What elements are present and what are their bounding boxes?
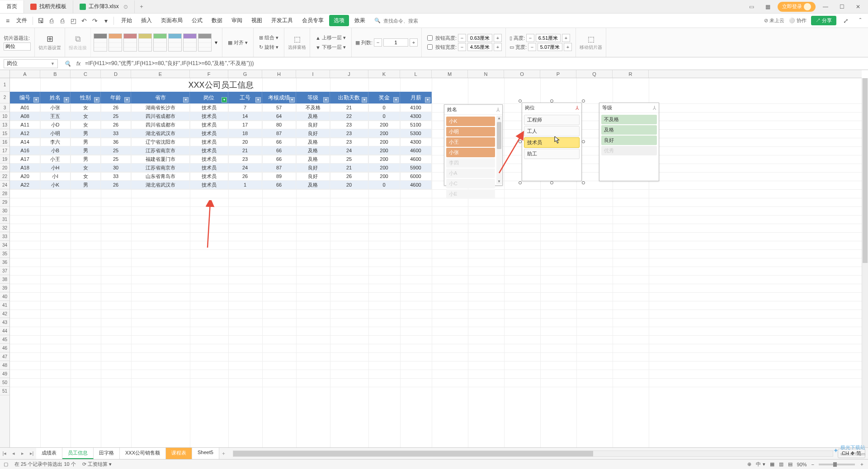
slicer-item[interactable]: 小E (446, 189, 495, 199)
undo-icon[interactable]: ↶ (79, 16, 89, 26)
table-row[interactable]: A20小I女33山东省青岛市技术员2689良好262006000 (10, 172, 432, 181)
table-row[interactable]: A01小张女26湖南省长沙市技术员757不及格2104100 (10, 103, 432, 112)
sheet-tab[interactable]: XXX公司销售额 (120, 448, 166, 459)
horizontal-scrollbar[interactable] (233, 450, 833, 457)
table-row[interactable]: A22小K男26湖北省武汉市技术员166及格2004600 (10, 181, 432, 189)
tab-nav-first[interactable]: |◂ (0, 450, 9, 456)
add-sheet-button[interactable]: ＋ (219, 450, 228, 457)
sheet-tab[interactable]: 成绩表 (36, 448, 62, 459)
tab-nav-prev[interactable]: ◂ (9, 450, 18, 456)
menu-tab-options[interactable]: 选项 (329, 15, 349, 26)
redo-icon[interactable]: ↷ (90, 16, 100, 26)
hamburger-icon[interactable]: ≡ (3, 16, 13, 26)
slicer-item[interactable]: 小张 (446, 148, 495, 157)
slicer-title-input[interactable] (4, 42, 31, 51)
button-height-input[interactable]: 按钮高度:−+ (425, 34, 502, 42)
tab-home[interactable]: 首页 (0, 0, 24, 13)
lookup-icon[interactable]: 🔍 (61, 61, 74, 67)
new-tab-button[interactable]: ＋ (135, 3, 148, 10)
wrench-icon[interactable]: ⤢ (841, 16, 851, 26)
width-input[interactable]: ▭ 宽度:−+ (509, 43, 572, 51)
slicer-item[interactable]: 小A (446, 169, 495, 178)
height-input[interactable]: ▯ 高度:−+ (509, 34, 572, 42)
minimize-button[interactable]: — (819, 1, 832, 12)
slicer-item[interactable]: 良好 (601, 136, 657, 145)
column-header[interactable]: 姓名▾ (40, 92, 71, 103)
slicer-style-gallery[interactable]: ▾ (91, 28, 222, 57)
tab-template[interactable]: 找稻壳模板 (24, 0, 73, 13)
close-icon[interactable]: ⊙ (123, 4, 128, 10)
table-row[interactable]: A12小明男33湖北省武汉市技术员1887良好232005300 (10, 129, 432, 138)
selection-pane-button[interactable]: ⬚ 选择窗格 (284, 28, 310, 57)
view-page-icon[interactable]: ▥ (779, 461, 783, 467)
clear-filter-icon[interactable]: ⅄ (653, 105, 656, 111)
menu-tab[interactable]: 会员专享 (297, 15, 328, 26)
search-input[interactable] (382, 18, 419, 24)
formula-input[interactable] (83, 59, 868, 68)
chinese-icon[interactable]: 中 ▾ (756, 461, 765, 468)
collab-button[interactable]: ⚪ 协作 (789, 17, 807, 24)
column-header[interactable]: 性别▾ (71, 92, 101, 103)
slicer-item[interactable]: 小K (446, 117, 495, 126)
slicer-item[interactable]: 李四 (446, 158, 495, 168)
bring-forward-button[interactable]: ▲ 上移一层 ▾ (314, 33, 348, 42)
clear-filter-icon[interactable]: ⅄ (576, 105, 579, 111)
command-search[interactable]: 🔍 (374, 18, 419, 24)
tab-nav-next[interactable]: ▸ (18, 450, 27, 456)
menu-tab[interactable]: 插入 (137, 15, 156, 26)
print-icon[interactable]: ⎙ (57, 16, 67, 26)
name-box[interactable]: 岗位▼ (4, 59, 58, 68)
slicer-position[interactable]: 岗位⅄ 工程师工人技术员助工 (522, 103, 582, 181)
tab-workbook[interactable]: 工作簿3.xlsx⊙ (73, 0, 135, 13)
calc-status[interactable]: ⟳ 工资结算 ▾ (82, 461, 112, 468)
column-header[interactable]: 月薪▾ (400, 92, 432, 103)
table-row[interactable]: A18小H女30江苏省南京市技术员2487良好212005900 (10, 164, 432, 172)
slicer-item[interactable]: 小王 (446, 137, 495, 147)
zoom-in-button[interactable]: ＋ (859, 461, 864, 468)
sheet-tab[interactable]: 员工信息 (62, 448, 94, 459)
column-header[interactable]: 奖金▾ (368, 92, 400, 103)
vertical-scrollbar[interactable] (862, 78, 868, 447)
row-headers[interactable]: 1231013151617192022242829303132333435363… (0, 78, 10, 447)
move-slicer-button[interactable]: ⬚ 移动切片器 (576, 28, 606, 57)
table-row[interactable]: A14李六男36辽宁省沈阳市技术员2066及格232004300 (10, 138, 432, 146)
menu-tab[interactable]: 页面布局 (156, 15, 187, 26)
zoom-slider[interactable] (819, 464, 855, 465)
column-header[interactable]: 岗位▾ (190, 92, 228, 103)
column-header[interactable]: 省市▾ (131, 92, 190, 103)
column-header[interactable]: 年龄▾ (101, 92, 131, 103)
fx-icon[interactable]: fx (74, 61, 83, 67)
menu-tab[interactable]: 开发工具 (267, 15, 297, 26)
saveas-icon[interactable]: ⎙ (47, 16, 57, 26)
file-menu[interactable]: 文件 (14, 17, 30, 24)
column-header[interactable]: 考核成绩▾ (262, 92, 296, 103)
rotate-button[interactable]: ↻ 旋转 ▾ (257, 43, 280, 52)
slicer-item[interactable]: 小明 (446, 127, 495, 136)
slicer-item[interactable]: 小C (446, 179, 495, 188)
sheet-tab[interactable]: 课程表 (166, 448, 192, 459)
save-icon[interactable]: 🖫 (36, 16, 46, 26)
grid[interactable]: XXX公司员工信息编号▾姓名▾性别▾年龄▾省市▾岗位▾工号▾考核成绩▾等级▾出勤… (10, 78, 862, 447)
share-button[interactable]: ↗ 分享 (811, 16, 836, 25)
column-header[interactable]: 出勤天数▾ (330, 92, 368, 103)
tab-nav-last[interactable]: ▸| (27, 450, 36, 456)
slicer-item[interactable]: 不及格 (601, 115, 657, 124)
slicer-item[interactable]: 助工 (524, 149, 580, 159)
column-headers[interactable]: ABCDEFGHIJKLMNOPQR (0, 70, 862, 78)
button-width-input[interactable]: 按钮宽度:−+ (425, 43, 502, 51)
cell-mode-icon[interactable]: ⊕ (747, 461, 751, 467)
menu-tab[interactable]: 审阅 (227, 15, 247, 26)
zoom-level[interactable]: 90% (797, 462, 807, 467)
sheet-tab[interactable]: Sheet5 (192, 448, 219, 459)
columns-input[interactable]: ▦ 列数:−+ (355, 38, 418, 47)
align-button[interactable]: ▦ 对齐 ▾ (226, 38, 250, 47)
table-row[interactable]: A08王五女25四川省成都市技术员1464及格2204300 (10, 112, 432, 121)
view-normal-icon[interactable]: ▦ (770, 461, 774, 467)
slicer-item[interactable]: 工程师 (524, 115, 580, 125)
chevron-up-icon[interactable]: ˆ (855, 16, 865, 26)
menu-tab[interactable]: 视图 (247, 15, 267, 26)
clear-filter-icon[interactable]: ⅄ (496, 107, 500, 113)
column-header[interactable]: 等级▾ (296, 92, 330, 103)
menu-tab[interactable]: 开始 (117, 15, 137, 26)
menu-tab[interactable]: 数据 (207, 15, 227, 26)
